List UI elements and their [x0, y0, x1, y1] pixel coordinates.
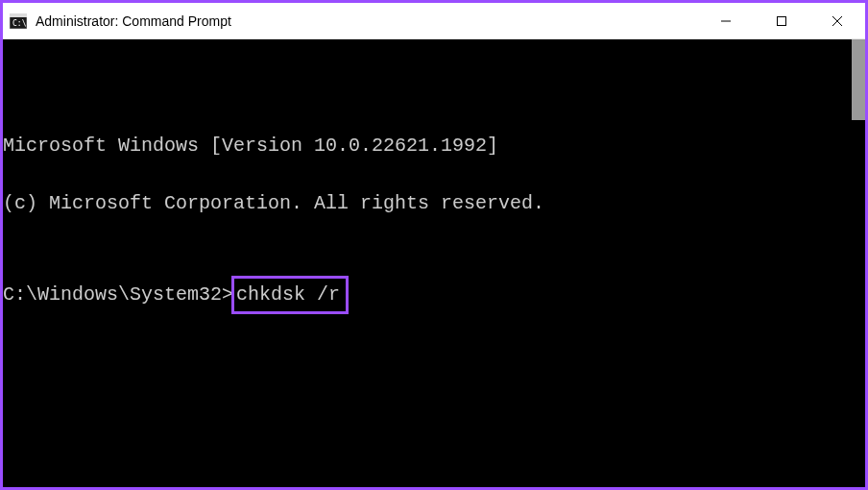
- title-bar[interactable]: C:\ Administrator: Command Prompt: [3, 3, 865, 39]
- maximize-icon: [776, 15, 787, 27]
- scrollbar-track[interactable]: [852, 39, 865, 487]
- svg-rect-1: [10, 13, 27, 17]
- close-button[interactable]: [809, 3, 865, 38]
- minimize-icon: [720, 15, 732, 27]
- terminal-area[interactable]: Microsoft Windows [Version 10.0.22621.19…: [3, 39, 865, 487]
- minimize-button[interactable]: [698, 3, 754, 38]
- prompt-line: C:\Windows\System32>chkdsk /r: [3, 276, 865, 314]
- prompt-text: C:\Windows\System32>: [3, 283, 233, 306]
- command-highlight: chkdsk /r: [231, 276, 349, 314]
- command-text[interactable]: chkdsk /r: [236, 283, 340, 306]
- svg-text:C:\: C:\: [12, 19, 27, 28]
- cmd-icon: C:\: [9, 12, 28, 31]
- terminal-output: Microsoft Windows [Version 10.0.22621.19…: [3, 103, 865, 372]
- output-line: (c) Microsoft Corporation. All rights re…: [3, 189, 865, 218]
- output-line: Microsoft Windows [Version 10.0.22621.19…: [3, 132, 865, 160]
- scrollbar-thumb[interactable]: [852, 39, 865, 120]
- svg-rect-4: [778, 16, 786, 25]
- close-icon: [832, 15, 843, 27]
- maximize-button[interactable]: [754, 3, 809, 38]
- window-controls: [698, 3, 865, 38]
- window-title: Administrator: Command Prompt: [36, 13, 231, 29]
- window: C:\ Administrator: Command Prompt: [0, 0, 868, 490]
